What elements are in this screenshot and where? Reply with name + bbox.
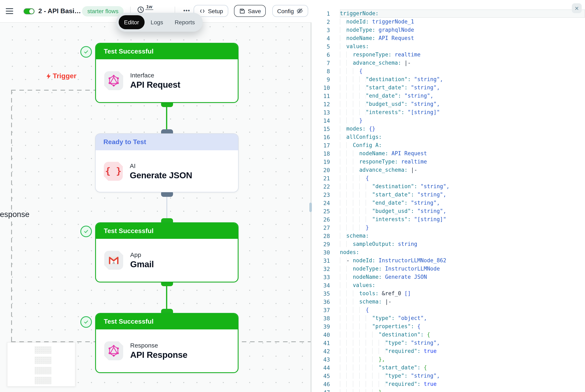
code-line[interactable]: 31 - nodeId: InstructorLLMNode_862 xyxy=(314,256,585,265)
code-line[interactable]: 29 sampleOutput: string xyxy=(314,240,585,248)
port-node2-output[interactable] xyxy=(161,192,173,197)
code-line[interactable]: 5 values: xyxy=(314,42,585,51)
config-button[interactable]: Config xyxy=(272,5,308,17)
line-number: 40 xyxy=(314,331,330,339)
line-number: 14 xyxy=(314,116,330,125)
eye-off-icon xyxy=(296,8,303,14)
line-number: 34 xyxy=(314,281,330,290)
code-line[interactable]: 18 nodeName: API Request xyxy=(314,150,585,158)
code-line[interactable]: 45 "type": "string", xyxy=(314,372,585,380)
line-number: 41 xyxy=(314,339,330,347)
line-number: 46 xyxy=(314,380,330,388)
code-editor[interactable]: 1triggerNode:2 nodeId: triggerNode_13 no… xyxy=(311,0,585,392)
node-category: AI xyxy=(130,162,192,169)
save-button[interactable]: Save xyxy=(234,5,266,17)
code-brackets-icon xyxy=(199,8,205,14)
line-number: 10 xyxy=(314,84,330,92)
node-generate-json[interactable]: Ready to Test { } AI Generate JSON xyxy=(95,134,239,192)
code-line[interactable]: 8 { xyxy=(314,67,585,75)
close-icon[interactable]: ✕ xyxy=(572,3,582,13)
tab-logs[interactable]: Logs xyxy=(145,15,169,29)
line-number: 25 xyxy=(314,207,330,215)
code-line[interactable]: 36 schema: |- xyxy=(314,298,585,306)
toggle-knob xyxy=(29,9,34,14)
line-number: 28 xyxy=(314,232,330,240)
code-line[interactable]: 19 responeType: realtime xyxy=(314,158,585,166)
node-gmail[interactable]: Test Successful App Gmail xyxy=(95,222,239,282)
code-line[interactable]: 12 "budget_usd": "string", xyxy=(314,100,585,108)
line-number: 31 xyxy=(314,256,330,265)
line-number: 18 xyxy=(314,150,330,158)
code-line[interactable]: 26 "interests": "[string]" xyxy=(314,215,585,224)
code-line[interactable]: 35 tools: &ref_0 [] xyxy=(314,290,585,298)
node-category: App xyxy=(130,251,154,258)
code-line[interactable]: 16 allConfigs: xyxy=(314,133,585,141)
minimap[interactable] xyxy=(7,342,75,387)
line-number: 43 xyxy=(314,355,330,364)
save-floppy-icon xyxy=(239,8,245,14)
line-number: 39 xyxy=(314,322,330,331)
code-line[interactable]: 46 "required": true xyxy=(314,380,585,388)
code-line[interactable]: 14 } xyxy=(314,116,585,125)
code-line[interactable]: 3 nodeType: graphqlNode xyxy=(314,26,585,34)
line-number: 29 xyxy=(314,240,330,248)
code-line[interactable]: 23 "start_date": "string", xyxy=(314,191,585,199)
line-number: 3 xyxy=(314,26,330,34)
code-line[interactable]: 30nodes: xyxy=(314,248,585,256)
code-line[interactable]: 47 }, xyxy=(314,388,585,392)
code-line[interactable]: 7 advance_schema: |- xyxy=(314,59,585,67)
code-line[interactable]: 20 advance_schema: |- xyxy=(314,166,585,174)
line-number: 38 xyxy=(314,314,330,322)
code-line[interactable]: 2 nodeId: triggerNode_1 xyxy=(314,18,585,26)
node-api-response[interactable]: Test Successful Response API Response xyxy=(95,313,239,373)
node-api-request[interactable]: Test Successful Interface API Request xyxy=(95,43,239,103)
code-line[interactable]: 40 "destination": { xyxy=(314,331,585,339)
code-line[interactable]: 15 modes: {} xyxy=(314,125,585,133)
code-line[interactable]: 27 } xyxy=(314,224,585,232)
code-line[interactable]: 32 nodeType: InstructorLLMNode xyxy=(314,265,585,273)
line-number: 21 xyxy=(314,174,330,182)
line-number: 15 xyxy=(314,125,330,133)
view-tab-bar: Editor Logs Reports xyxy=(116,13,203,32)
flow-title[interactable]: 2 - API Basi… xyxy=(38,8,80,15)
code-line[interactable]: 22 "destination": "string", xyxy=(314,182,585,191)
line-number: 13 xyxy=(314,108,330,116)
code-line[interactable]: 39 "properties": { xyxy=(314,322,585,331)
line-number: 6 xyxy=(314,51,330,59)
tab-reports[interactable]: Reports xyxy=(169,15,200,29)
minimap-node xyxy=(35,367,52,374)
code-line[interactable]: 42 "required": true xyxy=(314,347,585,355)
code-line[interactable]: 38 "type": "object", xyxy=(314,314,585,322)
code-line[interactable]: 24 "end_date": "string", xyxy=(314,199,585,207)
node-category: Interface xyxy=(130,72,180,79)
code-line[interactable]: 44 "start_date": { xyxy=(314,364,585,372)
line-number: 11 xyxy=(314,92,330,100)
code-line[interactable]: 34 values: xyxy=(314,281,585,290)
line-number: 47 xyxy=(314,388,330,392)
code-line[interactable]: 11 "end_date": "string", xyxy=(314,92,585,100)
code-line[interactable]: 1triggerNode: xyxy=(314,10,585,18)
code-line[interactable]: 6 responeType: realtime xyxy=(314,51,585,59)
code-line[interactable]: 37 { xyxy=(314,306,585,314)
code-line[interactable]: 17 Config A: xyxy=(314,141,585,150)
version-history-button[interactable]: 1w xyxy=(137,6,153,14)
code-line[interactable]: 41 "type": "string", xyxy=(314,339,585,347)
menu-icon[interactable] xyxy=(6,8,13,14)
code-line[interactable]: 13 "interests": "[string]" xyxy=(314,108,585,116)
panel-scrollbar-handle[interactable] xyxy=(309,202,312,212)
code-line[interactable]: 10 "start_date": "string", xyxy=(314,84,585,92)
code-line[interactable]: 21 { xyxy=(314,174,585,182)
code-line[interactable]: 25 "budget_usd": "string", xyxy=(314,207,585,215)
code-line[interactable]: 4 nodeName: API Request xyxy=(314,34,585,42)
code-line[interactable]: 28 schema: xyxy=(314,232,585,240)
code-line[interactable]: 43 }, xyxy=(314,355,585,364)
code-line[interactable]: 9 "destination": "string", xyxy=(314,75,585,84)
json-braces-icon: { } xyxy=(104,162,123,180)
flow-enabled-toggle[interactable] xyxy=(24,8,35,14)
tab-editor[interactable]: Editor xyxy=(119,15,144,29)
flow-canvas[interactable]: Response Trigger xyxy=(0,23,311,392)
code-line[interactable]: 33 nodeName: Generate JSON xyxy=(314,273,585,281)
line-number: 8 xyxy=(314,67,330,75)
line-number: 4 xyxy=(314,34,330,42)
node-title: Gmail xyxy=(130,260,154,269)
